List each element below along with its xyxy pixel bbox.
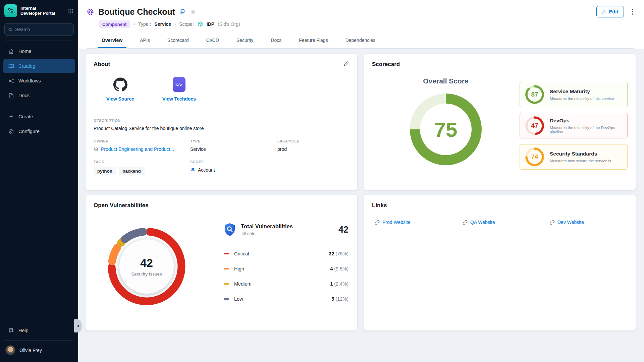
tab-overview[interactable]: Overview: [98, 34, 126, 48]
score-donut: 74: [525, 147, 544, 166]
edit-button-label: Edit: [609, 9, 618, 14]
help-chat-icon: ?: [8, 327, 14, 334]
brand-line1: Internal: [20, 6, 55, 11]
link-prod-website[interactable]: Prod Website: [375, 220, 463, 225]
severity-pct: (9.5%): [334, 266, 348, 272]
tab-docs[interactable]: Docs: [267, 34, 285, 48]
links-heading: Links: [372, 202, 628, 209]
tab-feature-flags[interactable]: Feature Flags: [295, 34, 332, 48]
copy-icon[interactable]: [178, 8, 186, 15]
tab-scorecard[interactable]: Scorecard: [163, 34, 193, 48]
account-layers-icon: [190, 167, 196, 173]
link-dev-website[interactable]: Dev Website: [550, 220, 628, 225]
about-heading: About: [94, 61, 349, 68]
total-vulnerabilities-title: Total Vulnerabilities: [241, 223, 293, 230]
critical-dash-icon: [224, 253, 229, 254]
severity-label: Critical: [234, 251, 249, 256]
scorecard-item-devops[interactable]: 47 DevOps Measures the reliability of th…: [520, 113, 628, 138]
kebab-menu-icon[interactable]: [631, 8, 634, 15]
overview-content: About View Source </> View Techdocs: [78, 49, 644, 330]
scope-field-label: SCOPE: [190, 160, 277, 164]
sidebar-item-label: Home: [18, 49, 32, 54]
sidebar-item-home[interactable]: Home: [3, 44, 75, 58]
link-qa-website[interactable]: QA Website: [463, 220, 550, 225]
gear-icon: [8, 128, 14, 134]
pencil-icon: [602, 9, 607, 14]
apps-grid-icon[interactable]: [68, 8, 73, 14]
app-logo-icon[interactable]: [4, 4, 17, 17]
severity-count: 1: [330, 281, 333, 287]
security-issues-label: Security Issues: [131, 272, 162, 277]
sidebar-item-catalog[interactable]: Catalog: [3, 59, 75, 73]
vulnerabilities-donut-block: 42 Security Issues: [94, 209, 200, 310]
scorecard-item-security-standards[interactable]: 74 Security Standards Measures how secur…: [520, 144, 628, 170]
view-source-link[interactable]: View Source: [106, 77, 134, 102]
tab-cicd[interactable]: CI/CD: [202, 34, 223, 48]
tag-chip: python: [94, 167, 116, 175]
score-donut: 47: [525, 116, 544, 135]
vulnerabilities-donut: 42 Security Issues: [103, 223, 190, 310]
owner-link[interactable]: Product Engineering and Product...: [101, 146, 174, 152]
brand-title: Internal Developer Portal: [20, 6, 55, 16]
dot-separator: [174, 23, 176, 25]
owner-label: OWNER: [94, 139, 190, 143]
overall-score-label: Overall Score: [423, 77, 468, 85]
link-label: Dev Website: [557, 220, 584, 225]
severity-count: 32: [329, 251, 334, 256]
techdocs-icon: </>: [173, 77, 185, 92]
sidebar-item-configure[interactable]: Configure: [3, 124, 75, 138]
severity-row-critical: Critical 32 (76%): [224, 246, 348, 261]
tab-apis[interactable]: APIs: [136, 34, 154, 48]
search-input[interactable]: [15, 27, 70, 32]
tab-security[interactable]: Security: [232, 34, 258, 48]
file-text-icon: [8, 93, 14, 99]
sidebar-item-label: Create: [18, 114, 33, 119]
owner-field: OWNER Product Engineering and Product...: [94, 139, 190, 152]
severity-row-high: High 4 (9.5%): [224, 261, 348, 276]
sidebar-item-workflows[interactable]: Workflows: [3, 74, 75, 88]
scope-org: (Sid's Org): [218, 21, 240, 27]
github-icon: [113, 77, 127, 92]
severity-label: High: [234, 266, 244, 272]
sidebar-nav: Home Catalog Workflows Docs: [0, 41, 78, 106]
security-issues-count: 42: [140, 256, 153, 269]
scorecard-item-service-maturity[interactable]: 87 Service Maturity Measures the reliabi…: [520, 82, 628, 107]
about-links: View Source </> View Techdocs: [106, 77, 349, 102]
title-row: Boutique Checkout Edit: [87, 5, 634, 18]
user-menu[interactable]: Olivia Frey: [0, 341, 78, 362]
dot-separator: [133, 23, 135, 25]
severity-count: 4: [330, 266, 333, 272]
sidebar-item-help[interactable]: ? Help: [3, 323, 75, 338]
brand-line2: Developer Portal: [20, 11, 55, 16]
link-label: QA Website: [470, 220, 495, 225]
sliders-glyph: [7, 7, 14, 14]
link-icon: [375, 220, 380, 225]
scope-value: IDP: [207, 21, 214, 27]
scorecard-card: Scorecard Overall Score 75 8: [364, 54, 636, 190]
link-icon: [463, 220, 468, 225]
about-edit-pencil-icon[interactable]: [343, 60, 350, 67]
type-label: Type :: [138, 21, 151, 27]
breadcrumb: Component Type : Service Scope: IDP (Sid…: [99, 20, 634, 28]
star-icon[interactable]: [189, 8, 197, 16]
search-box[interactable]: [4, 23, 74, 36]
type-value: Service: [154, 21, 171, 27]
main-area: Boutique Checkout Edit Component Type :: [78, 0, 644, 362]
sidebar-item-label: Configure: [18, 129, 40, 134]
view-techdocs-label: View Techdocs: [162, 96, 196, 102]
medium-dash-icon: [224, 283, 229, 285]
sidebar: Internal Developer Portal Home: [0, 0, 78, 362]
sidebar-item-docs[interactable]: Docs: [3, 88, 75, 103]
sidebar-item-create[interactable]: + Create: [3, 110, 75, 124]
score-value: 87: [531, 91, 538, 98]
description-label: DESCRIPTION: [94, 119, 349, 123]
view-techdocs-link[interactable]: </> View Techdocs: [162, 77, 196, 102]
about-fields-row1: OWNER Product Engineering and Product...…: [94, 139, 349, 152]
edit-button[interactable]: Edit: [596, 6, 624, 17]
sidebar-item-label: Workflows: [18, 78, 41, 83]
view-source-label: View Source: [106, 96, 134, 102]
home-icon: [8, 48, 14, 54]
tab-dependencies[interactable]: Dependencies: [341, 34, 380, 48]
score-donut: 87: [525, 85, 544, 104]
high-dash-icon: [224, 268, 229, 269]
